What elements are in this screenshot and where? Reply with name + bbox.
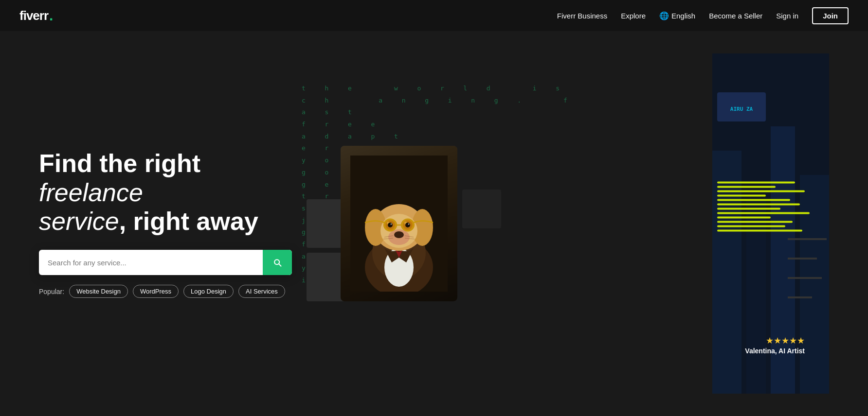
svg-point-32 (391, 224, 392, 225)
popular-tag-website-design[interactable]: Website Design (69, 285, 128, 298)
code-line (717, 191, 805, 192)
nav-join-button[interactable]: Join (812, 7, 849, 24)
gray-square-3 (462, 190, 501, 228)
logo-text: fiverr (19, 8, 48, 23)
code-line (717, 204, 800, 206)
search-icon (272, 258, 282, 267)
popular-row: Popular: Website Design WordPress Logo D… (39, 285, 292, 298)
nav-language-label: English (671, 12, 695, 20)
nav-language[interactable]: 🌐 English (659, 11, 695, 20)
code-line (717, 195, 766, 197)
code-line (717, 182, 795, 184)
logo[interactable]: fiverr. (19, 8, 53, 23)
logo-dot: . (49, 8, 53, 23)
valentina-name: Valentina, AI Artist (745, 347, 805, 355)
nav-links: Fiverr Business Explore 🌐 English Become… (557, 7, 849, 24)
navbar: fiverr. Fiverr Business Explore 🌐 Englis… (0, 0, 868, 31)
code-line (717, 230, 802, 232)
valentina-stars: ★★★★★ (745, 335, 805, 346)
popular-tag-logo-design[interactable]: Logo Design (183, 285, 234, 298)
hero-title-italic2: service (39, 207, 119, 235)
svg-point-33 (408, 224, 410, 225)
code-panel (717, 182, 810, 232)
hero-content: Find the right freelance service, right … (0, 31, 868, 416)
nav-signin[interactable]: Sign in (776, 12, 798, 20)
code-line (717, 208, 780, 210)
hero-title-part2: , right away (119, 207, 258, 235)
nav-explore[interactable]: Explore (621, 12, 646, 20)
code-line (717, 186, 776, 188)
search-input[interactable] (39, 250, 263, 275)
code-line (717, 225, 785, 227)
hero-right: AIRU ZA t h e w o r l d i s c h a n g i … (292, 53, 829, 394)
code-line (717, 199, 790, 201)
nav-fiverr-business[interactable]: Fiverr Business (557, 12, 607, 20)
valentina-badge: ★★★★★ Valentina, AI Artist (745, 335, 805, 355)
code-line (717, 217, 771, 219)
popular-tag-wordpress[interactable]: WordPress (133, 285, 179, 298)
nav-become-seller[interactable]: Become a Seller (709, 12, 762, 20)
hero-title-part1: Find the right (39, 149, 200, 177)
globe-icon: 🌐 (659, 11, 669, 20)
svg-point-21 (394, 231, 404, 238)
hero-title-italic: freelance (39, 178, 143, 207)
code-line (717, 221, 793, 223)
svg-point-31 (405, 223, 410, 227)
hero-section: Find the right freelance service, right … (0, 0, 868, 416)
dog-svg (350, 156, 448, 292)
svg-point-30 (388, 223, 393, 227)
dog-illustration (341, 146, 457, 301)
popular-tag-ai-services[interactable]: AI Services (238, 285, 285, 298)
search-button[interactable] (263, 250, 292, 275)
dog-portrait-card (341, 146, 457, 301)
search-bar (39, 250, 292, 275)
hero-left: Find the right freelance service, right … (39, 149, 292, 298)
hero-title: Find the right freelance service, right … (39, 149, 292, 236)
code-line (717, 212, 810, 214)
popular-label: Popular: (39, 288, 64, 295)
